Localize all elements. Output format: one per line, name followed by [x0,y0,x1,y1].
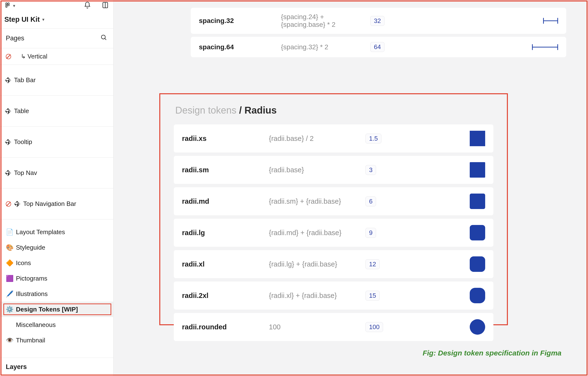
page-item[interactable]: Miscellaneous [0,317,113,332]
chevron-down-icon[interactable]: ▾ [13,3,15,9]
page-item[interactable]: 🔶Icons [0,255,113,271]
page-label: Layout Templates [16,228,65,236]
page-item[interactable]: 👁️Thumbnail [0,332,113,348]
page-label: Icons [16,259,31,267]
token-expression: {radii.md} + {radii.base} [269,229,363,237]
radius-token-row[interactable]: radii.xl{radii.lg} + {radii.base}12 [174,250,494,278]
file-name: Step UI Kit [4,15,40,23]
token-expression: {radii.base} [269,166,363,174]
component-page-item[interactable]: Table [0,96,113,127]
token-name: radii.xl [182,260,269,268]
component-page-item[interactable]: Top Navigation Bar [0,188,113,219]
radius-swatch [470,319,485,335]
page-label: Top Navigation Bar [23,200,104,208]
token-name: spacing.32 [199,17,281,25]
page-emoji-icon: 🔶 [6,259,13,267]
title-bold: / Radius [239,105,277,115]
radius-frame[interactable]: Design tokens / Radius radii.xs{radii.ba… [159,93,508,325]
page-emoji-icon: ⚙️ [6,306,13,313]
component-page-item[interactable]: Tab Bar [0,65,113,96]
svg-point-3 [8,4,10,6]
svg-point-1 [8,3,10,4]
noentry-icon [6,54,11,59]
token-name: radii.2xl [182,292,269,300]
token-expression: 100 [269,323,363,331]
page-item-vertical[interactable]: ↳ Vertical [0,48,113,65]
page-item[interactable]: 🟪Pictograms [0,271,113,286]
component-icon [5,108,11,114]
radius-token-row[interactable]: radii.lg{radii.md} + {radii.base}9 [174,219,494,247]
spacing-token-row[interactable]: spacing.32{spacing.24} + {spacing.base} … [191,8,566,34]
pages-label: Pages [6,34,24,42]
token-expression: {spacing.32} * 2 [281,43,368,51]
sidebar: ▾ Step UI Kit ▾ Pages ↳ Vertical [0,0,114,376]
token-value: 64 [370,42,385,52]
radius-token-row[interactable]: radii.xs{radii.base} / 21.5 [174,124,494,153]
page-emoji-icon: 📄 [6,228,13,236]
page-label: Illustrations [16,290,48,298]
radius-token-row[interactable]: radii.md{radii.sm} + {radii.base}6 [174,187,494,215]
token-expression: {radii.lg} + {radii.base} [269,260,363,268]
figure-caption: Fig: Design token specification in Figma [423,349,561,357]
page-label: Styleguide [16,244,45,251]
token-value: 12 [366,259,380,269]
token-name: radii.lg [182,229,269,237]
token-value: 6 [366,197,376,206]
radius-swatch [470,162,485,177]
radius-token-row[interactable]: radii.rounded100100 [174,313,494,341]
page-label: Miscellaneous [16,321,56,329]
token-value: 32 [370,16,385,26]
component-icon [5,170,11,176]
token-name: radii.md [182,198,269,205]
token-value: 100 [366,322,383,332]
radius-swatch [470,288,485,303]
page-label: Tab Bar [14,76,104,84]
token-name: radii.xs [182,135,269,143]
search-icon[interactable] [100,34,107,43]
page-label: Table [14,107,104,115]
radius-token-row[interactable]: radii.2xl{radii.xl} + {radii.base}15 [174,282,494,310]
page-item[interactable]: 📄Layout Templates [0,224,113,240]
bell-icon[interactable] [84,1,91,10]
token-name: spacing.64 [199,43,281,51]
radius-title: Design tokens / Radius [175,105,494,116]
token-name: radii.sm [182,166,269,174]
svg-point-4 [6,6,7,8]
token-value: 1.5 [366,134,381,144]
svg-point-7 [101,35,105,39]
component-page-item[interactable]: Tooltip [0,127,113,157]
layers-section-header[interactable]: Layers [0,358,113,376]
radius-swatch [470,131,485,146]
token-value: 3 [366,165,376,175]
pages-section-header: Pages [0,29,113,48]
page-emoji-icon: 🎨 [6,244,13,251]
noentry-icon [6,201,11,207]
token-preview [543,18,558,24]
token-expression: {spacing.24} + {spacing.base} * 2 [281,13,368,29]
figma-icon[interactable] [4,2,10,10]
page-emoji-icon: 👁️ [6,337,13,344]
file-title-row[interactable]: Step UI Kit ▾ [0,12,113,29]
component-icon [14,201,20,207]
book-icon[interactable] [102,1,109,10]
component-icon [5,139,11,145]
spacing-token-row[interactable]: spacing.64{spacing.32} * 264 [191,37,566,57]
token-expression: {radii.base} / 2 [269,135,363,143]
page-item[interactable]: 🎨Styleguide [0,240,113,255]
component-icon [5,77,11,83]
token-value: 9 [366,228,376,238]
token-value: 15 [366,291,380,301]
radius-swatch [470,194,485,209]
page-item[interactable]: 🖊️Illustrations [0,286,113,302]
chevron-down-icon[interactable]: ▾ [42,17,44,22]
page-item[interactable]: ⚙️Design Tokens [WIP] [0,302,113,317]
component-page-item[interactable]: Top Nav [0,157,113,188]
radius-token-row[interactable]: radii.sm{radii.base}3 [174,156,494,184]
spacing-token-rows: spacing.32{spacing.24} + {spacing.base} … [191,8,566,60]
page-label: Top Nav [14,169,104,177]
radius-swatch [470,225,485,240]
page-label: Design Tokens [WIP] [16,306,78,313]
token-expression: {radii.xl} + {radii.base} [269,292,363,300]
svg-point-2 [6,4,7,6]
canvas[interactable]: spacing.32{spacing.24} + {spacing.base} … [114,0,588,376]
